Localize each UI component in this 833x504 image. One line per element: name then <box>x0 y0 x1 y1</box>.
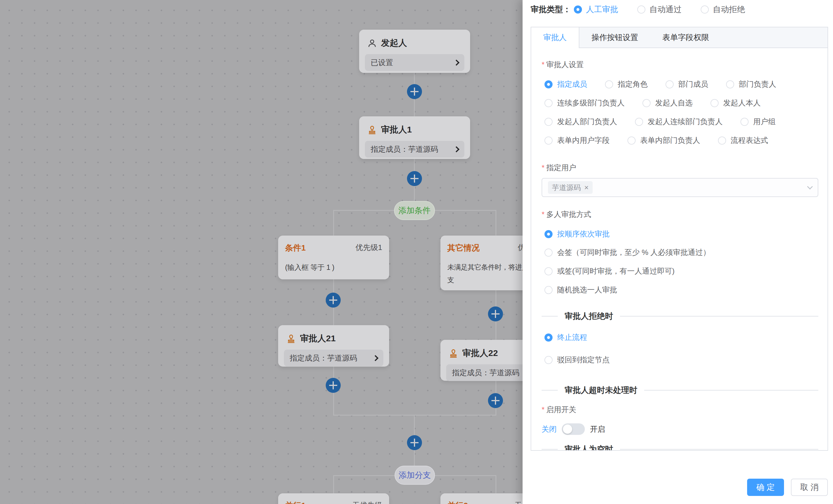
approval-type-auto-pass[interactable]: 自动通过 <box>637 4 682 15</box>
option-starter-self-select[interactable]: 发起人自选 <box>642 98 693 108</box>
radio-icon[interactable] <box>718 136 726 145</box>
condition-priority: 优先级1 <box>356 243 382 253</box>
user-icon <box>367 38 377 48</box>
assign-user-label: * 指定用户 <box>542 163 576 173</box>
radio-icon[interactable] <box>642 99 650 107</box>
node-start[interactable]: 发起人 已设置 <box>359 30 470 73</box>
multi-mode-or-sign: 或签(可同时审批，有一人通过即可) <box>545 266 692 276</box>
radio-icon[interactable] <box>605 80 613 89</box>
node-approver21[interactable]: 审批人21 指定成员：芋道源码 <box>278 325 389 367</box>
cancel-button[interactable]: 取 消 <box>791 479 828 496</box>
option-form-dept-leader[interactable]: 表单内部门负责人 <box>627 135 700 146</box>
radio-icon[interactable] <box>545 356 552 364</box>
assign-user-select[interactable]: 芋道源码 × <box>542 178 818 197</box>
add-node-button[interactable] <box>326 378 341 393</box>
option-starter-self[interactable]: 发起人本人 <box>711 98 761 108</box>
radio-label: 自动通过 <box>649 4 682 15</box>
add-node-button[interactable] <box>488 393 503 408</box>
chevron-right-icon <box>373 355 378 361</box>
stamp-icon <box>286 334 296 344</box>
radio-icon[interactable] <box>701 5 709 14</box>
user-tag-label: 芋道源码 <box>552 183 581 193</box>
node-approver22-config[interactable]: 指定成员：芋道源码 <box>446 364 523 381</box>
approver-setting-row3: 发起人部门负责人 发起人连续部门负责人 用户组 <box>545 117 793 127</box>
add-condition-button[interactable]: 添加条件 <box>394 201 435 220</box>
node-approver1-config[interactable]: 指定成员：芋道源码 <box>365 141 465 157</box>
approver-setting-row2: 连续多级部门负责人 发起人自选 发起人本人 <box>545 98 779 108</box>
add-node-button[interactable] <box>407 84 422 99</box>
radio-icon[interactable] <box>627 136 636 145</box>
timeout-switch-row: 关闭 开启 <box>542 423 605 435</box>
radio-icon[interactable] <box>711 99 719 107</box>
radio-icon[interactable] <box>545 136 552 145</box>
radio-icon[interactable] <box>545 286 552 294</box>
radio-icon[interactable] <box>637 5 645 14</box>
tab-action-buttons[interactable]: 操作按钮设置 <box>579 27 650 48</box>
option-starter-multi-dept-leader[interactable]: 发起人连续部门负责人 <box>635 117 722 127</box>
required-asterisk: * <box>542 60 545 69</box>
radio-icon[interactable] <box>545 118 552 126</box>
radio-icon[interactable] <box>726 80 734 89</box>
tag-close-icon[interactable]: × <box>584 183 589 192</box>
add-node-button[interactable] <box>407 435 422 450</box>
radio-icon[interactable] <box>545 249 552 257</box>
tab-form-field-permissions[interactable]: 表单字段权限 <box>650 27 721 48</box>
add-node-button[interactable] <box>326 293 341 308</box>
add-branch-button[interactable]: 添加分支 <box>395 466 435 485</box>
timeout-toggle[interactable] <box>562 423 585 435</box>
radio-icon[interactable] <box>666 80 674 89</box>
condition-description: 未满足其它条件时，将进入此分支 <box>447 261 523 286</box>
multi-mode-sequential: 按顺序依次审批 <box>545 229 627 239</box>
node-condition1[interactable]: 条件1 优先级1 (输入框 等于 1 ) <box>278 235 389 279</box>
condition-title: 并行1 <box>285 500 306 504</box>
tab-content: * 审批人设置 指定成员 指定角色 部门成员 部门负责人 连续多级部门负责人 发… <box>531 48 828 450</box>
approver-setting-label: * 审批人设置 <box>542 59 584 70</box>
add-node-button[interactable] <box>488 306 503 321</box>
radio-icon[interactable] <box>545 333 552 342</box>
node-title: 发起人 <box>381 37 407 49</box>
node-approver22[interactable]: 审批人22 指定成员：芋道源码 <box>441 340 523 381</box>
node-start-config[interactable]: 已设置 <box>365 54 465 71</box>
node-parallel1[interactable]: 并行1 无优先级 <box>278 493 389 504</box>
node-parallel2[interactable]: 并行2 无优先级 <box>441 493 523 504</box>
option-user-group[interactable]: 用户组 <box>740 117 776 127</box>
connector <box>496 475 496 495</box>
option-assign-member[interactable]: 指定成员 <box>545 79 587 89</box>
confirm-button[interactable]: 确 定 <box>747 479 784 496</box>
tab-approver[interactable]: 审批人 <box>531 27 579 48</box>
approver-setting-row4: 表单内用户字段 表单内部门负责人 流程表达式 <box>545 135 786 146</box>
option-dept-member[interactable]: 部门成员 <box>666 79 708 89</box>
required-asterisk: * <box>542 405 545 414</box>
option-process-expression[interactable]: 流程表达式 <box>718 135 768 146</box>
option-starter-dept-leader[interactable]: 发起人部门负责人 <box>545 117 617 127</box>
option-multi-level-dept-leader[interactable]: 连续多级部门负责人 <box>545 98 625 108</box>
radio-icon[interactable] <box>740 118 748 126</box>
approval-type-manual[interactable]: 人工审批 <box>574 4 618 15</box>
switch-on-label: 开启 <box>590 424 605 434</box>
flow-canvas[interactable]: 发起人 已设置 审批人1 指定成员：芋道源码 添加条件 条件1 优先级1 <box>0 0 523 504</box>
tabbar: 审批人 操作按钮设置 表单字段权限 <box>531 27 828 48</box>
add-node-button[interactable] <box>407 171 422 186</box>
option-dept-leader[interactable]: 部门负责人 <box>726 79 776 89</box>
radio-icon[interactable] <box>545 80 552 89</box>
radio-icon[interactable] <box>574 5 582 14</box>
approver-setting-row1: 指定成员 指定角色 部门成员 部门负责人 <box>545 79 794 89</box>
node-condition-else[interactable]: 其它情况 优先级2 未满足其它条件时，将进入此分支 <box>441 235 523 290</box>
radio-icon[interactable] <box>545 230 552 238</box>
approval-type-auto-reject[interactable]: 自动拒绝 <box>701 4 745 15</box>
timeout-divider-title: 审批人超时未处理时 <box>565 385 637 396</box>
node-approver21-config[interactable]: 指定成员：芋道源码 <box>284 350 383 366</box>
radio-icon[interactable] <box>635 118 643 126</box>
node-approver1[interactable]: 审批人1 指定成员：芋道源码 <box>359 116 470 159</box>
reject-terminate: 终止流程 <box>545 332 605 343</box>
option-form-user-field[interactable]: 表单内用户字段 <box>545 135 610 146</box>
add-branch-label: 添加分支 <box>399 470 431 481</box>
radio-icon[interactable] <box>545 267 552 275</box>
multi-mode-random: 随机挑选一人审批 <box>545 285 635 295</box>
chevron-right-icon <box>453 59 459 66</box>
radio-icon[interactable] <box>545 99 552 107</box>
option-assign-role[interactable]: 指定角色 <box>605 79 648 89</box>
condition-expression: (输入框 等于 1 ) <box>285 261 382 274</box>
node-body-text: 已设置 <box>371 58 393 68</box>
settings-tabbox: 审批人 操作按钮设置 表单字段权限 * 审批人设置 指定成员 指定角色 部门成员… <box>531 27 828 451</box>
